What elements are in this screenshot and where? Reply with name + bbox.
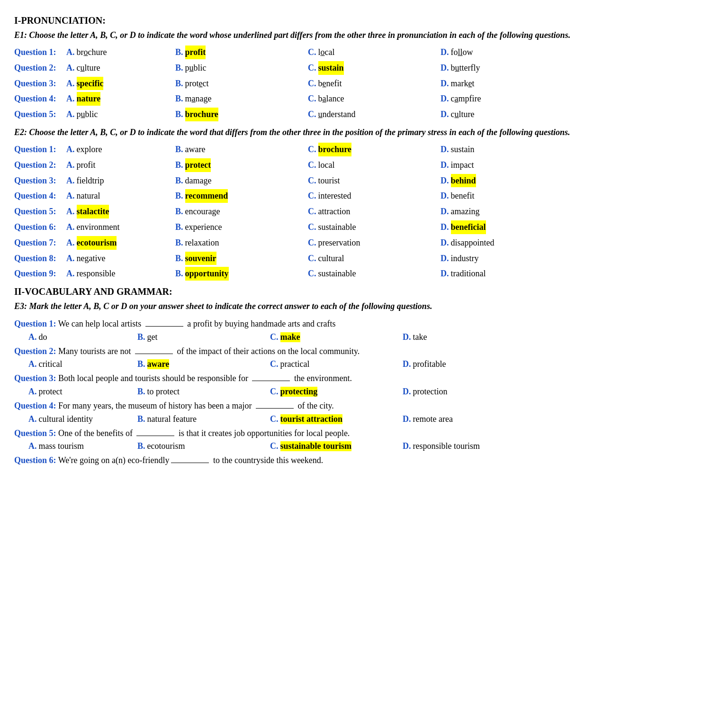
vocab-q2: Question 2: Many tourists are not of the…: [14, 344, 706, 359]
q-label: Question 3:: [14, 174, 66, 188]
answer-grid: A.ecotourism B.relaxation C.preservation…: [66, 236, 706, 250]
e1-q2: Question 2: A. culture B. public C. sust…: [14, 61, 706, 75]
answer-d: D. culture: [441, 108, 706, 121]
e2-q9: Question 9: A.responsible B.opportunity …: [14, 267, 706, 281]
vocab-q3-answers: A.protect B.to protect C.protecting D.pr…: [28, 387, 706, 397]
e2-q6: Question 6: A.environment B.experience C…: [14, 220, 706, 234]
answer-grid: A.explore B.aware C.brochure D.sustain: [66, 143, 706, 156]
vocabulary-title: II-VOCABULARY AND GRAMMAR:: [14, 286, 706, 297]
answer-grid: A. brochure B. profit C. local D. follow: [66, 46, 706, 59]
pronunciation-section: I-PRONUNCIATION: E1: Choose the letter A…: [14, 15, 706, 281]
answer-b: B. brochure: [175, 108, 308, 121]
e2-q2: Question 2: A.profit B.protect C.local D…: [14, 158, 706, 172]
vocab-q1: Question 1: We can help local artists a …: [14, 317, 706, 331]
answer-grid: A. nature B. manage C. balance D. campfi…: [66, 92, 706, 106]
e1-instruction: E1: Choose the letter A, B, C, or D to i…: [14, 29, 706, 42]
answer-grid: A. specific B. protect C. benefit D. mar…: [66, 77, 706, 91]
vocabulary-section: II-VOCABULARY AND GRAMMAR: E3: Mark the …: [14, 286, 706, 468]
e2-q4: Question 4: A.natural B.recommend C.inte…: [14, 189, 706, 203]
answer-b: B. protect: [175, 77, 308, 91]
q-label: Question 8:: [14, 252, 66, 265]
e2-q3: Question 3: A.fieldtrip B.damage C.touri…: [14, 174, 706, 188]
q-label: Question 4:: [14, 92, 66, 106]
vocab-q1-answers: A.do B.get C.make D.take: [28, 332, 706, 342]
answer-c: C. benefit: [308, 77, 441, 91]
e2-q8: Question 8: A.negative B.souvenir C.cult…: [14, 252, 706, 265]
q-label: Question 1:: [14, 46, 66, 59]
q-label: Question 1:: [14, 143, 66, 156]
answer-grid: A.negative B.souvenir C.cultural D.indus…: [66, 252, 706, 265]
main-content: I-PRONUNCIATION: E1: Choose the letter A…: [14, 15, 706, 468]
q-label: Question 9:: [14, 267, 66, 281]
e1-block: E1: Choose the letter A, B, C, or D to i…: [14, 29, 706, 121]
answer-b: B. public: [175, 61, 308, 75]
answer-d: D. follow: [441, 46, 706, 59]
q-label: Question 2:: [14, 61, 66, 75]
e2-q7: Question 7: A.ecotourism B.relaxation C.…: [14, 236, 706, 250]
answer-grid: A.responsible B.opportunity C.sustainabl…: [66, 267, 706, 281]
answer-grid: A.natural B.recommend C.interested D.ben…: [66, 189, 706, 203]
answer-c: C. sustain: [308, 61, 441, 75]
q-label: Question 4:: [14, 189, 66, 203]
vocab-q5-answers: A.mass tourism B.ecotourism C.sustainabl…: [28, 441, 706, 451]
e1-q4: Question 4: A. nature B. manage C. balan…: [14, 92, 706, 106]
e2-block: E2: Choose the letter A, B, C, or D to i…: [14, 126, 706, 281]
vocab-q3: Question 3: Both local people and touris…: [14, 371, 706, 386]
answer-b: B. profit: [175, 46, 308, 59]
answer-c: C. understand: [308, 108, 441, 121]
answer-d: D. butterfly: [441, 61, 706, 75]
e1-q5: Question 5: A. public B. brochure C. und…: [14, 108, 706, 121]
q-label: Question 7:: [14, 236, 66, 250]
e2-q5: Question 5: A.stalactite B.encourage C.a…: [14, 205, 706, 218]
answer-c: C. local: [308, 46, 441, 59]
vocab-q2-answers: A.critical B.aware C.practical D.profita…: [28, 359, 706, 369]
q-label: Question 5:: [14, 205, 66, 218]
pronunciation-title: I-PRONUNCIATION:: [14, 15, 706, 26]
answer-a: A. public: [66, 108, 175, 121]
q-label: Question 6:: [14, 220, 66, 234]
answer-grid: A.fieldtrip B.damage C.tourist D.behind: [66, 174, 706, 188]
answer-a: A. specific: [66, 77, 175, 91]
e2-instruction: E2: Choose the letter A, B, C, or D to i…: [14, 126, 706, 139]
answer-c: C. balance: [308, 92, 441, 106]
answer-b: B. manage: [175, 92, 308, 106]
q-label: Question 2:: [14, 158, 66, 172]
answer-d: D. market: [441, 77, 706, 91]
q-label: Question 3:: [14, 77, 66, 91]
answer-a: A. culture: [66, 61, 175, 75]
answer-a: A. brochure: [66, 46, 175, 59]
answer-grid: A.environment B.experience C.sustainable…: [66, 220, 706, 234]
vocab-q4: Question 4: For many years, the museum o…: [14, 399, 706, 413]
e1-q1: Question 1: A. brochure B. profit C. loc…: [14, 46, 706, 59]
vocab-q5: Question 5: One of the benefits of is th…: [14, 426, 706, 441]
e3-instruction: E3: Mark the letter A, B, C or D on your…: [14, 300, 706, 313]
e1-q3: Question 3: A. specific B. protect C. be…: [14, 77, 706, 91]
vocab-q6: Question 6: We're going on a(n) eco-frie…: [14, 453, 706, 468]
answer-grid: A.profit B.protect C.local D.impact: [66, 158, 706, 172]
q-label: Question 5:: [14, 108, 66, 121]
vocab-q4-answers: A.cultural identity B.natural feature C.…: [28, 414, 706, 424]
e2-q1: Question 1: A.explore B.aware C.brochure…: [14, 143, 706, 156]
answer-grid: A.stalactite B.encourage C.attraction D.…: [66, 205, 706, 218]
answer-d: D. campfire: [441, 92, 706, 106]
answer-grid: A. culture B. public C. sustain D. butte…: [66, 61, 706, 75]
answer-grid: A. public B. brochure C. understand D. c…: [66, 108, 706, 121]
answer-a: A. nature: [66, 92, 175, 106]
